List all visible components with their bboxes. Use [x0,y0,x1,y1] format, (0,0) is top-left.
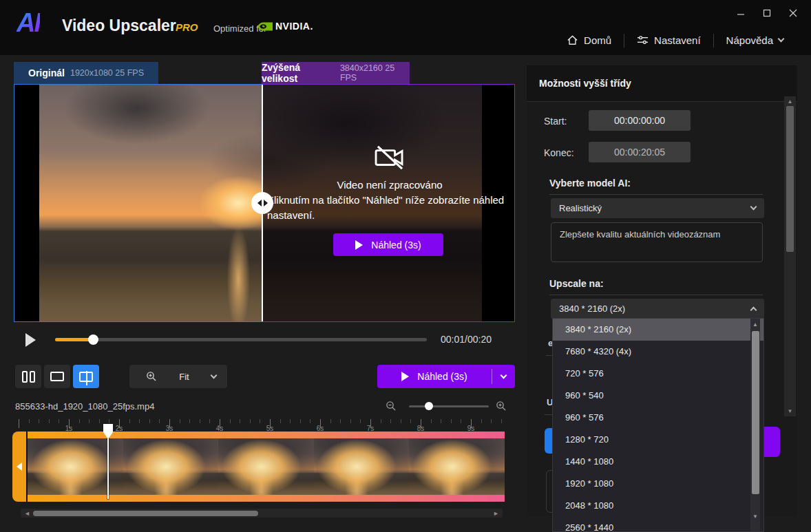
end-label: Konec: [544,147,574,158]
not-processed-text: Kliknutím na tlačítko "Náhled" níže zobr… [267,193,512,223]
close-icon[interactable] [785,6,801,21]
upscale-section-label: Upscale na: [549,278,604,289]
section-divider [549,194,763,195]
nvidia-brand: NVIDIA. [257,21,313,32]
tab-upscaled-meta: 3840x2160 25 FPS [340,63,410,83]
zoom-mode-dropdown[interactable]: Fit [129,365,227,388]
obscured-divider-fragment [546,355,552,356]
nvidia-wordmark: NVIDIA. [275,21,313,32]
upscale-resolution-value: 3840 * 2160 (2x) [559,304,625,314]
resolution-option[interactable]: 720 * 576 [553,363,763,385]
chevron-down-icon [778,36,785,43]
preview-options-arrow[interactable] [492,376,515,378]
video-off-icon [267,145,512,173]
trim-handle-left[interactable] [12,432,26,502]
nav-settings[interactable]: Nastavení [624,32,713,49]
ruler-major-ticks [19,419,506,428]
app-title: Video Upscaler [62,17,176,35]
preview-3s-button[interactable]: Náhled (3s) [333,233,443,256]
scroll-left-icon[interactable]: ◄ [24,510,30,517]
view-side-by-side-button[interactable] [15,365,41,388]
ai-model-select[interactable]: Realistický [551,198,764,218]
resolution-option[interactable]: 960 * 576 [553,407,763,429]
preview-3s-button-label: Náhled (3s) [371,240,421,251]
pro-badge: PRO [176,21,198,33]
trim-left-icon [17,462,22,471]
panel-header: Možnosti vyšší třídy [527,65,797,102]
tab-original[interactable]: Originál 1920x1080 25 FPS [14,62,158,84]
seek-slider[interactable] [55,338,427,341]
resolution-option[interactable]: 1440 * 1080 [553,451,763,473]
nav-home[interactable]: Domů [554,32,624,49]
scroll-down-icon[interactable]: ▼ [750,513,760,520]
tab-upscaled-label: Zvýšená velikost [262,62,335,84]
not-processed-message: Video není zpracováno Kliknutím na tlačí… [267,145,512,223]
side-by-side-icon [30,371,35,383]
single-view-icon [50,372,64,381]
timeline-zoom-slider-thumb[interactable] [425,402,433,410]
model-description-box: Zlepšete kvalitu aktuálních videozáznam [551,222,763,262]
nav-help[interactable]: Nápověda [714,32,796,49]
scroll-right-icon[interactable]: ► [493,510,499,517]
dropdown-scrollbar-thumb[interactable] [752,331,759,494]
model-section-label: Vyberte model AI: [549,178,631,189]
resolution-dropdown-list: 3840 * 2160 (2x)7680 * 4320 (4x)720 * 57… [552,318,764,532]
start-label: Start: [544,116,567,127]
zoom-mode-value: Fit [157,372,211,382]
zoom-in-magnifier-icon [146,371,157,382]
side-by-side-icon [22,371,28,383]
timeline-thumbnail [218,438,314,495]
scroll-up-icon[interactable]: ▲ [750,321,760,328]
timeline-clip[interactable] [26,432,505,502]
tab-upscaled[interactable]: Zvýšená velikost 3840x2160 25 FPS [262,62,410,84]
nav-home-label: Domů [584,34,611,46]
panel-scrollbar-thumb[interactable] [786,106,794,252]
timeline-zoom-out-icon[interactable] [386,401,397,412]
home-icon [567,34,578,46]
panel-scrollbar[interactable]: ▲ ▼ [784,96,796,416]
ai-model-value: Realistický [559,203,602,213]
resolution-option[interactable]: 1280 * 720 [553,429,763,451]
chevron-up-icon [750,307,757,314]
nav-help-label: Nápověda [726,34,773,46]
tab-original-meta: 1920x1080 25 FPS [70,68,144,78]
resolution-option[interactable]: 1920 * 1080 [553,473,763,495]
video-preview: Video není zpracováno Kliknutím na tlačí… [14,84,515,322]
timeline-thumbnail [409,438,505,495]
play-button[interactable] [25,333,36,347]
start-time-input[interactable]: 00:00:00:00 [589,110,691,131]
timeline-zoom-in-icon[interactable] [496,401,507,412]
timeline-scrollbar[interactable]: ◄ ► [21,509,503,518]
tab-original-label: Originál [28,67,65,78]
resolution-option[interactable]: 3840 * 2160 (2x) [553,319,763,341]
timeline-zoom-slider[interactable] [409,405,489,407]
seek-slider-thumb[interactable] [88,334,98,345]
panel-title: Možnosti vyšší třídy [539,78,631,89]
sliders-icon [637,34,649,46]
view-split-button[interactable] [73,365,99,388]
model-description: Zlepšete kvalitu aktuálních videozáznam [560,229,720,240]
timeline-scrollbar-thumb[interactable] [33,511,258,516]
preview-3s-split-button-label: Náhled (3s) [417,371,467,382]
end-time-input[interactable]: 00:00:20:05 [589,142,691,162]
minimize-icon[interactable] [733,6,749,21]
resolution-option[interactable]: 7680 * 4320 (4x) [553,341,763,363]
split-view-icon [79,372,93,382]
play-icon [355,240,363,250]
resolution-option[interactable]: 2560 * 1440 [553,517,763,532]
timeline-thumbnail [314,438,410,495]
upscale-resolution-select[interactable]: 3840 * 2160 (2x) [551,299,764,319]
maximize-icon[interactable] [759,6,775,21]
preview-3s-split-button[interactable]: Náhled (3s) [377,365,515,388]
dropdown-scrollbar[interactable]: ▲ ▼ [750,319,760,532]
view-single-button[interactable] [44,365,70,388]
play-icon [401,372,409,381]
resolution-option[interactable]: 960 * 540 [553,385,763,407]
resolution-option[interactable]: 2048 * 1080 [553,495,763,517]
section-divider [549,295,763,295]
current-filename: 855633-hd_1920_1080_25fps.mp4 [15,401,154,412]
obscured-divider-fragment [545,414,552,415]
scroll-down-icon[interactable]: ▼ [784,408,796,414]
seek-slider-fill [55,338,93,341]
scroll-up-icon[interactable]: ▲ [784,98,796,105]
